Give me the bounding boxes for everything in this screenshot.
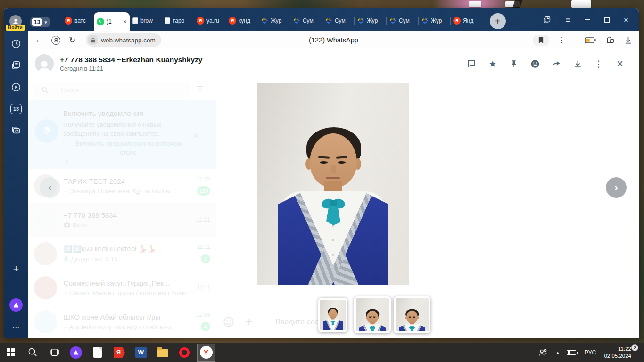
browser-tab[interactable]: Жур [418, 14, 450, 27]
kundelik-favicon [421, 17, 429, 25]
task-view-icon[interactable] [43, 343, 65, 362]
download-icon[interactable] [573, 59, 582, 68]
menu-icon[interactable]: ≡ [566, 15, 571, 25]
taskbar-date: 02.05.2024 [604, 353, 631, 360]
portrait-scene [356, 298, 389, 331]
browser-tab[interactable]: Сум [322, 14, 354, 27]
kundelik-favicon [357, 17, 364, 25]
thumbnail-selected[interactable] [318, 298, 347, 332]
feed-icon[interactable] [11, 60, 21, 71]
tab-label: ватс [74, 17, 91, 24]
chevron-down-icon: ▾ [44, 19, 47, 25]
whatsapp-page: Поиск Включить уведомления Получайте уве… [28, 49, 639, 338]
browser-tab[interactable]: таро [162, 14, 194, 27]
browser-tab[interactable]: Сум [386, 14, 418, 27]
next-photo-button[interactable]: › [606, 177, 627, 198]
start-button[interactable] [0, 343, 22, 362]
kebab-menu-icon[interactable]: ⋮ [594, 59, 603, 68]
attach-icon[interactable]: + [245, 314, 253, 329]
prev-photo-button[interactable]: ‹ [40, 177, 60, 198]
tab-label: Сум [303, 17, 319, 24]
file-explorer-icon[interactable] [152, 343, 173, 362]
browser-tab[interactable]: Якунд [226, 14, 258, 27]
login-badge[interactable]: Войти [6, 25, 25, 31]
tab-label: Жур [271, 17, 287, 24]
tabs-panel-icon[interactable]: 13 [10, 104, 22, 114]
battery-icon[interactable] [567, 350, 576, 355]
star-icon[interactable]: ★ [488, 59, 497, 68]
sender-name: +7 778 388 5834 ~Erkezhan Kuanyshkyzy [60, 56, 202, 64]
tray-chevron-icon[interactable]: ▴ [556, 350, 559, 355]
collections-icon[interactable] [605, 36, 615, 44]
language-indicator[interactable]: РУС [584, 349, 596, 356]
opera-icon[interactable] [173, 343, 195, 362]
people-icon[interactable] [538, 348, 548, 357]
desktop-shortcut[interactable] [469, 1, 481, 7]
tab-counter[interactable]: 13 ▾ [30, 17, 50, 27]
tab-close-icon[interactable]: × [123, 18, 127, 25]
downloads-icon[interactable] [624, 36, 632, 44]
lock-icon[interactable] [88, 35, 98, 45]
screenshot-icon[interactable] [11, 125, 21, 136]
more-icon[interactable]: ⋯ [12, 323, 20, 331]
reload-button[interactable]: ↻ [69, 35, 75, 45]
yandex-browser-taskbar-icon[interactable]: Y [195, 343, 217, 362]
close-viewer-icon[interactable]: × [615, 59, 625, 68]
alice-taskbar-icon[interactable] [65, 343, 87, 362]
yandex-favicon: Я [453, 17, 461, 25]
browser-window: Войти 13 ▾ Яватс(1×browтароЯya.ruЯкундЖу… [4, 8, 639, 338]
media-viewer-header: +7 778 388 5834 ~Erkezhan Kuanyshkyzy Се… [28, 49, 639, 78]
minimize-button[interactable] [585, 19, 590, 20]
sender-avatar[interactable] [35, 54, 54, 73]
bookmark-icon[interactable] [533, 35, 549, 46]
yandex-app-icon[interactable]: Я [108, 343, 130, 362]
browser-tab[interactable]: ЯЯнд [450, 14, 482, 27]
clock[interactable]: 11:22 02.05.2024 [604, 346, 631, 360]
divider [57, 16, 57, 25]
browser-tab[interactable]: Жур [258, 14, 290, 27]
browser-tab[interactable]: Сум [290, 14, 322, 27]
tab-label: кунд [239, 17, 255, 24]
maximize-button[interactable] [604, 17, 610, 23]
battery-saver-icon[interactable] [585, 37, 596, 43]
new-tab-button[interactable]: + [490, 13, 506, 29]
forward-icon[interactable] [552, 59, 561, 68]
back-button[interactable]: ← [35, 35, 43, 45]
video-icon[interactable] [11, 82, 21, 92]
divider [575, 36, 575, 44]
alice-icon[interactable] [9, 298, 23, 312]
browser-tab[interactable]: Жур [354, 14, 386, 27]
browser-tab[interactable]: Яya.ru [194, 14, 226, 27]
add-panel-icon[interactable]: + [13, 263, 19, 275]
react-emoji-icon[interactable] [530, 59, 540, 68]
side-panel-icon[interactable] [543, 16, 552, 24]
history-icon[interactable] [11, 39, 21, 49]
message-composer: + Введите сообщ [223, 314, 330, 329]
notepad-icon[interactable] [87, 343, 108, 362]
emoji-icon[interactable] [223, 316, 235, 328]
open-chat-icon[interactable] [467, 59, 476, 68]
portrait-scene [320, 300, 346, 330]
taskbar: Я W Y ▴ РУС 11:22 02.05.2024 2 [0, 343, 644, 362]
url-field[interactable]: web.whatsapp.com [86, 33, 161, 47]
word-icon[interactable]: W [130, 343, 152, 362]
window-controls: ≡ × [543, 15, 639, 25]
photo-main[interactable] [257, 83, 409, 285]
thumbnail[interactable] [394, 296, 430, 333]
browser-tab[interactable]: brow [130, 14, 162, 27]
page-favicon [165, 17, 170, 24]
yandex-button[interactable]: Я [51, 36, 60, 45]
kebab-menu-icon[interactable]: ⋮ [558, 36, 565, 44]
close-window-button[interactable]: × [624, 16, 628, 24]
browser-tab[interactable]: Яватс [62, 14, 94, 27]
tab-label: (1 [107, 18, 121, 25]
yandex-favicon: Я [197, 17, 204, 25]
pin-icon[interactable] [509, 59, 519, 68]
url-text: web.whatsapp.com [101, 37, 156, 44]
browser-tab-active[interactable]: (1× [94, 12, 130, 31]
taskbar-search-icon[interactable] [22, 343, 43, 362]
divider [11, 287, 21, 287]
profile-avatar[interactable]: Войти [9, 15, 22, 27]
desktop-shortcut[interactable] [571, 0, 591, 8]
thumbnail[interactable] [354, 296, 391, 333]
